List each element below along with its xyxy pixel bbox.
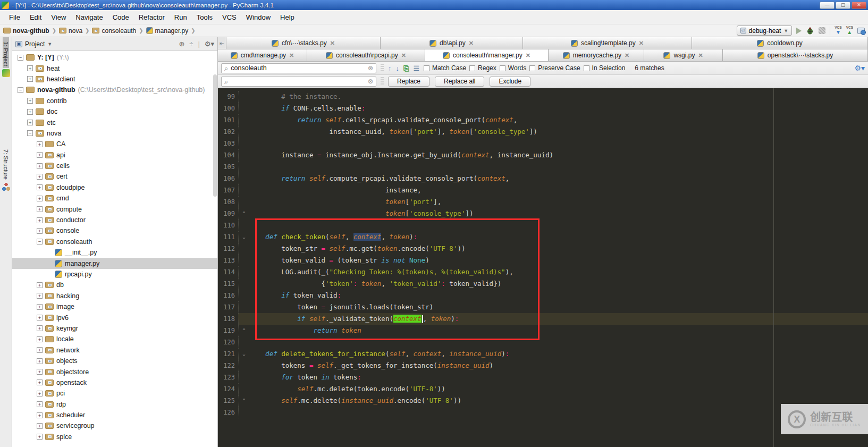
run-button[interactable]: [796, 28, 802, 34]
checkbox[interactable]: [500, 65, 505, 71]
expand-icon[interactable]: +: [37, 282, 43, 288]
tree-item-cert[interactable]: +cert: [12, 171, 217, 182]
tree-item-etc[interactable]: +etc: [12, 117, 217, 128]
option-words[interactable]: Words: [500, 64, 526, 72]
tree-item-pci[interactable]: +pci: [12, 388, 217, 399]
tool-window-tab-project[interactable]: 1: Project: [3, 37, 9, 68]
code-line-99[interactable]: 99 # the instance.: [218, 91, 868, 103]
code-line-101[interactable]: 101 return self.cells_rpcapi.validate_co…: [218, 114, 868, 126]
editor-tab-cooldown-py[interactable]: cooldown.py: [692, 37, 868, 49]
option-match-case[interactable]: Match Case: [424, 64, 466, 72]
code-line-110[interactable]: 110: [218, 220, 868, 231]
tree-item-compute[interactable]: +compute: [12, 204, 217, 214]
tree-item-cloudpipe[interactable]: +cloudpipe: [12, 182, 217, 193]
menu-vcs[interactable]: VCS: [217, 11, 241, 23]
previous-occurrence-button[interactable]: ↑: [388, 65, 392, 72]
expand-icon[interactable]: +: [37, 184, 43, 190]
expand-icon[interactable]: +: [37, 196, 43, 201]
code-line-109[interactable]: 109⌃ token['console_type']): [218, 208, 868, 220]
code-line-116[interactable]: 116 if token_valid:: [218, 290, 868, 301]
editor-tab-scaling-template-py[interactable]: scaling\template.py✕: [523, 37, 692, 49]
expand-icon[interactable]: +: [27, 109, 33, 115]
tree-item-scheduler[interactable]: +scheduler: [12, 410, 217, 420]
collapse-all-button[interactable]: ÷: [189, 40, 193, 48]
tree-item-openstack[interactable]: +openstack: [12, 377, 217, 388]
expand-icon[interactable]: +: [37, 174, 43, 180]
expand-icon[interactable]: +: [27, 65, 33, 71]
tree-item-api[interactable]: +api: [12, 150, 217, 161]
checkbox[interactable]: [469, 65, 475, 71]
tab-list-icon[interactable]: ⇤: [218, 37, 226, 49]
editor-tab-wsgi-py[interactable]: wsgi.py✕: [644, 49, 723, 61]
tree-item-YY[interactable]: −Y: [Y](Y:\): [12, 52, 217, 63]
tree-item-hacking[interactable]: +hacking: [12, 291, 217, 301]
code-line-108[interactable]: 108 token['port'],: [218, 196, 868, 208]
replace-button[interactable]: Replace: [388, 77, 429, 87]
menu-tools[interactable]: Tools: [192, 11, 217, 23]
option-preserve-case[interactable]: Preserve Case: [529, 64, 580, 72]
collapse-icon[interactable]: −: [27, 130, 33, 136]
breadcrumb-item-consoleauth[interactable]: consoleauth: [92, 27, 136, 35]
tree-item-doc[interactable]: +doc: [12, 106, 217, 117]
close-tab-icon[interactable]: ✕: [639, 40, 644, 47]
expand-icon[interactable]: +: [27, 98, 33, 104]
coverage-button[interactable]: [819, 27, 825, 34]
collapse-icon[interactable]: −: [37, 239, 43, 244]
project-view-select[interactable]: ▣ Project ▼: [15, 40, 179, 48]
tree-item-locale[interactable]: +locale: [12, 334, 217, 344]
collapse-icon[interactable]: −: [18, 55, 23, 61]
code-line-118[interactable]: 118 if self._validate_token(context, tok…: [218, 313, 868, 325]
code-viewport[interactable]: 99 # the instance.100 if CONF.cells.enab…: [218, 88, 868, 447]
close-tab-icon[interactable]: ✕: [330, 40, 335, 47]
expand-icon[interactable]: +: [37, 217, 43, 223]
expand-icon[interactable]: +: [37, 304, 43, 310]
locate-file-button[interactable]: ⊕: [179, 40, 184, 48]
editor-tab-openstack-----stacks-py[interactable]: openstack\···\stacks.py: [723, 49, 868, 61]
close-tab-icon[interactable]: ✕: [698, 52, 703, 59]
debug-button[interactable]: [806, 27, 814, 35]
editor-tab-memorycache-py[interactable]: memorycache.py✕: [549, 49, 644, 61]
expand-icon[interactable]: +: [37, 434, 43, 440]
breadcrumb-item-managerpy[interactable]: manager.py: [146, 27, 189, 35]
fold-marker-icon[interactable]: ⌃: [239, 208, 249, 220]
editor-tab-cmd-manage-py[interactable]: cmd\manage.py✕: [218, 49, 307, 61]
option-in-selection[interactable]: In Selection: [584, 64, 626, 72]
open-in-find-window-button[interactable]: ⎘: [403, 65, 409, 72]
expand-icon[interactable]: +: [37, 369, 43, 375]
tree-item-conductor[interactable]: +conductor: [12, 215, 217, 225]
menu-file[interactable]: File: [4, 11, 25, 23]
expand-icon[interactable]: +: [37, 379, 43, 385]
code-line-104[interactable]: 104 instance = instance_obj.Instance.get…: [218, 149, 868, 161]
code-line-103[interactable]: 103: [218, 138, 868, 149]
checkbox[interactable]: [424, 65, 429, 71]
code-line-102[interactable]: 102 instance_uuid, token['port'], token[…: [218, 126, 868, 138]
tree-item-nova[interactable]: −nova: [12, 128, 217, 139]
menu-code[interactable]: Code: [108, 11, 134, 23]
next-occurrence-button[interactable]: ↓: [396, 65, 400, 72]
code-line-107[interactable]: 107 instance,: [218, 184, 868, 196]
tree-item-__init__py[interactable]: +__init__.py: [12, 247, 217, 258]
replace-input[interactable]: ⌕ ⊗: [221, 77, 376, 87]
recent-changes-button[interactable]: [857, 28, 865, 34]
tree-item-cells[interactable]: +cells: [12, 161, 217, 171]
expand-icon[interactable]: +: [27, 76, 33, 82]
menu-navigate[interactable]: Navigate: [71, 11, 107, 23]
editor-tab-db-api-py[interactable]: db\api.py✕: [381, 37, 523, 49]
tree-item-console[interactable]: +console: [12, 225, 217, 236]
code-line-121[interactable]: 121⌄ def delete_tokens_for_instance(self…: [218, 348, 868, 360]
maximize-button[interactable]: ▢: [836, 2, 850, 9]
code-line-106[interactable]: 106 return self.compute_rpcapi.validate_…: [218, 173, 868, 184]
code-line-123[interactable]: 123 for token in tokens:: [218, 372, 868, 383]
tree-item-keymgr[interactable]: +keymgr: [12, 323, 217, 334]
menu-window[interactable]: Window: [241, 11, 275, 23]
splitter-handle[interactable]: [381, 77, 384, 86]
tree-item-heat[interactable]: +heat: [12, 63, 217, 73]
tree-item-CA[interactable]: +CA: [12, 139, 217, 149]
expand-icon[interactable]: +: [37, 141, 43, 147]
clear-replace-icon[interactable]: ⊗: [368, 78, 373, 85]
close-tab-icon[interactable]: ✕: [401, 52, 406, 59]
editor-tab-cfn-----stacks-py[interactable]: cfn\···\stacks.py✕: [226, 37, 381, 49]
option-regex[interactable]: Regex: [469, 64, 496, 72]
expand-icon[interactable]: +: [37, 412, 43, 418]
tree-item-consoleauth[interactable]: −consoleauth: [12, 237, 217, 247]
